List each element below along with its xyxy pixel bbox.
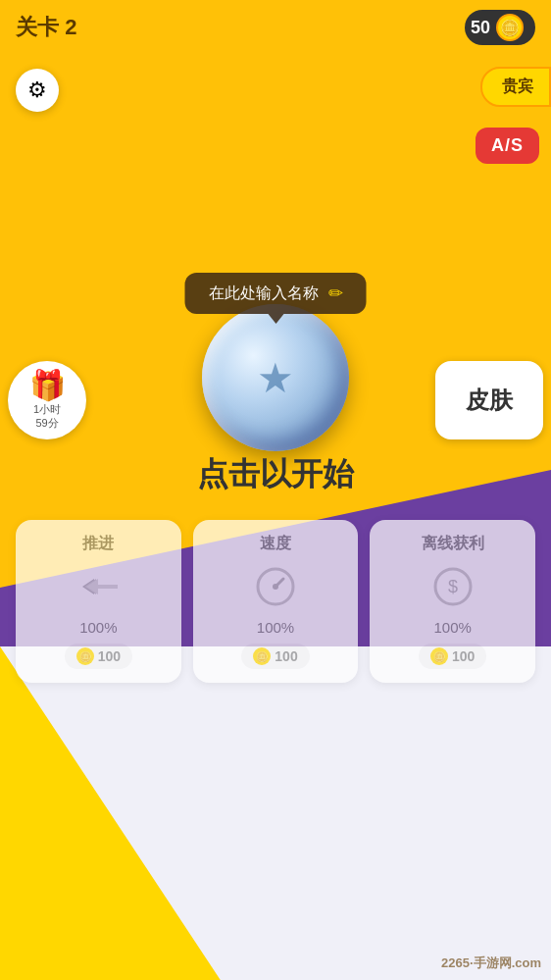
guest-label: 贵宾 <box>502 77 533 94</box>
gift-icon: 🎁 <box>29 371 66 400</box>
coin-badge: 50 🪙 <box>465 10 535 45</box>
offline-icon: $ <box>431 562 475 611</box>
card-offline-cost: 🪙 100 <box>419 644 486 669</box>
game-ball: ★ <box>202 304 349 451</box>
gift-timer: 1小时 59分 <box>33 402 61 431</box>
gear-icon: ⚙ <box>27 77 47 103</box>
watermark-domain: ·手游网.com <box>470 955 541 970</box>
cost-coin-icon-offline: 🪙 <box>430 647 448 665</box>
edit-icon: ✏ <box>328 283 343 304</box>
card-offline-title: 离线获利 <box>422 534 484 554</box>
speed-icon <box>254 562 297 611</box>
settings-button[interactable]: ⚙ <box>16 69 59 112</box>
skin-label: 皮肤 <box>466 385 513 416</box>
card-advance-cost-value: 100 <box>98 648 121 664</box>
card-offline-percent: 100% <box>433 619 471 636</box>
name-input-placeholder: 在此处输入名称 <box>209 284 319 304</box>
gift-button[interactable]: 🎁 1小时 59分 <box>8 361 86 439</box>
card-speed-cost-value: 100 <box>275 648 297 664</box>
upgrade-card-speed[interactable]: 速度 100% 🪙 100 <box>193 520 359 683</box>
card-offline-cost-value: 100 <box>452 648 475 664</box>
start-section[interactable]: 点击以开始 <box>0 453 551 512</box>
watermark: 2265·手游网.com <box>441 954 541 972</box>
card-speed-percent: 100% <box>257 619 294 636</box>
level-display: 关卡 2 <box>16 13 76 42</box>
name-tooltip[interactable]: 在此处输入名称 ✏ <box>185 273 367 314</box>
level-number: 2 <box>65 15 76 39</box>
coin-icon: 🪙 <box>496 14 524 41</box>
card-speed-title: 速度 <box>260 534 291 554</box>
ads-label: A/S <box>491 135 524 155</box>
card-speed-cost: 🪙 100 <box>241 644 309 669</box>
card-advance-title: 推进 <box>82 534 114 554</box>
coin-count: 50 <box>471 18 490 38</box>
svg-point-1 <box>273 584 278 590</box>
advance-icon <box>76 562 120 611</box>
gift-timer-hours: 1小时 <box>33 402 61 416</box>
level-label: 关卡 <box>16 15 59 39</box>
cost-coin-icon-speed: 🪙 <box>253 647 271 665</box>
ads-button[interactable]: A/S <box>476 128 539 164</box>
upgrade-cards-container: 推进 100% 🪙 100 速度 100% 🪙 <box>0 520 551 683</box>
start-text: 点击以开始 <box>0 453 551 496</box>
card-advance-percent: 100% <box>79 619 117 636</box>
gift-timer-minutes: 59分 <box>33 416 61 430</box>
skin-button[interactable]: 皮肤 <box>435 361 543 439</box>
upgrade-card-offline[interactable]: 离线获利 $ 100% 🪙 100 <box>370 520 535 683</box>
watermark-text: 2265 <box>441 955 470 970</box>
ball-star-icon: ★ <box>254 356 298 400</box>
cost-coin-icon: 🪙 <box>76 647 94 665</box>
svg-text:$: $ <box>448 577 458 596</box>
ball-container: ★ <box>202 304 349 451</box>
upgrade-card-advance[interactable]: 推进 100% 🪙 100 <box>16 520 181 683</box>
guest-button[interactable]: 贵宾 <box>480 67 551 107</box>
card-advance-cost: 🪙 100 <box>65 644 132 669</box>
top-bar: 关卡 2 50 🪙 <box>0 0 551 55</box>
